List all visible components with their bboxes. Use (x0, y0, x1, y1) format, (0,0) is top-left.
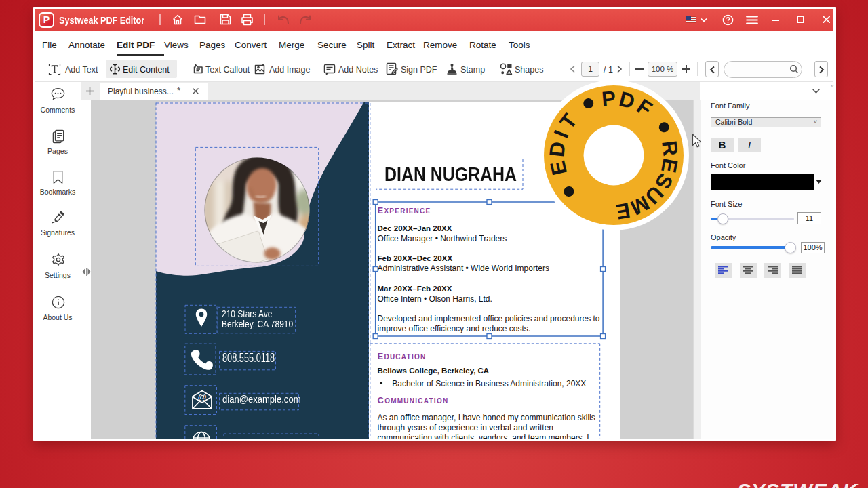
svg-text:D: D (545, 140, 570, 158)
svg-text:R: R (657, 139, 682, 157)
svg-text:P: P (601, 86, 617, 111)
